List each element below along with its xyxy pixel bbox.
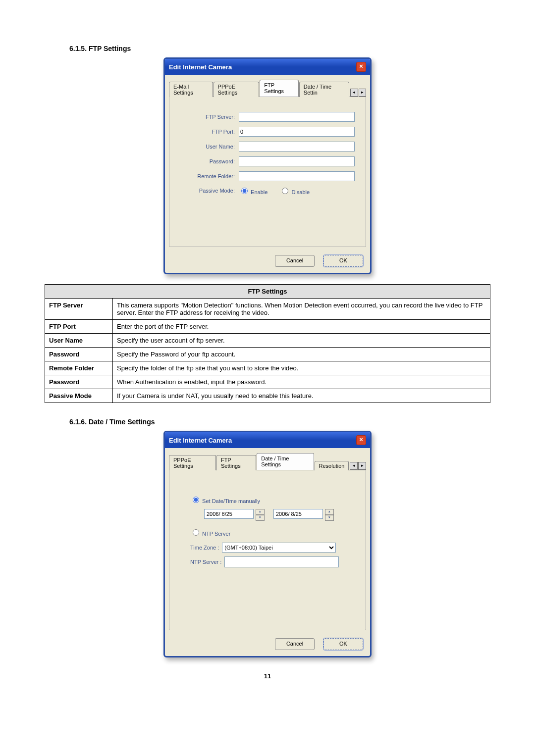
date-spinner-1[interactable]: ▴▾	[204, 509, 265, 521]
spin-down-icon[interactable]: ▾	[325, 515, 334, 521]
date-input-2[interactable]	[273, 509, 323, 519]
tabstrip: PPPoE Settings FTP Settings Date / Time …	[165, 448, 370, 470]
table-row: User NameSpecify the user account of ftp…	[45, 334, 490, 348]
date-spinner-2[interactable]: ▴▾	[273, 509, 334, 521]
tab-datetime-settings[interactable]: Date / Time Settings	[257, 453, 314, 470]
tab-email-settings[interactable]: E-Mail Settings	[169, 82, 213, 97]
dialog-titlebar: Edit Internet Camera ×	[165, 59, 370, 75]
user-name-input[interactable]	[239, 142, 355, 151]
cancel-button[interactable]: Cancel	[275, 255, 315, 267]
set-manual-radio[interactable]	[193, 497, 199, 503]
passive-enable-radio[interactable]	[241, 188, 248, 194]
table-row: PasswordWhen Authentication is enabled, …	[45, 375, 490, 389]
ok-button[interactable]: OK	[323, 255, 363, 267]
dialog-button-row: Cancel OK	[165, 251, 370, 273]
ntp-server-option[interactable]: NTP Server	[190, 531, 230, 537]
spin-down-icon[interactable]: ▾	[256, 515, 265, 521]
ftp-settings-table: FTP Settings FTP ServerThis camera suppo…	[45, 284, 490, 403]
password-label: Password:	[180, 158, 239, 164]
close-icon[interactable]: ×	[356, 62, 366, 72]
tabstrip: E-Mail Settings PPPoE Settings FTP Setti…	[165, 75, 370, 97]
tab-resolution[interactable]: Resolution	[315, 461, 349, 470]
ftp-tab-panel: FTP Server: FTP Port: User Name: Passwor…	[169, 97, 366, 247]
tab-ftp-settings[interactable]: FTP Settings	[216, 455, 256, 470]
datetime-tab-panel: Set Date/Time manually ▴▾ ▴▾	[169, 470, 366, 630]
cancel-button[interactable]: Cancel	[275, 638, 315, 650]
user-name-label: User Name:	[180, 144, 239, 150]
ntp-server-input[interactable]	[224, 556, 339, 567]
passive-mode-radios: Enable Disable	[239, 186, 310, 195]
tab-scroll-left-icon[interactable]: ◂	[350, 89, 358, 97]
tab-pppoe-settings[interactable]: PPPoE Settings	[169, 455, 216, 470]
dialog-title: Edit Internet Camera	[169, 63, 232, 71]
date-input-1[interactable]	[204, 509, 254, 519]
tab-scroll-left-icon[interactable]: ◂	[350, 462, 358, 470]
table-row: Remote FolderSpecify the folder of the f…	[45, 361, 490, 375]
table-row: FTP ServerThis camera supports "Motion D…	[45, 299, 490, 320]
table-title: FTP Settings	[45, 285, 490, 299]
tab-ftp-settings[interactable]: FTP Settings	[260, 80, 299, 97]
spin-up-icon[interactable]: ▴	[325, 509, 334, 515]
page-number: 11	[45, 672, 490, 680]
passive-mode-label: Passive Mode:	[180, 188, 239, 194]
ntp-server-radio[interactable]	[193, 529, 199, 536]
tab-scroll-right-icon[interactable]: ▸	[359, 89, 366, 97]
dialog-titlebar: Edit Internet Camera ×	[165, 432, 370, 448]
section-heading-datetime: 6.1.6. Date / Time Settings	[69, 418, 490, 426]
passive-disable-option[interactable]: Disable	[279, 186, 310, 195]
dialog-title: Edit Internet Camera	[169, 437, 232, 444]
remote-folder-label: Remote Folder:	[180, 173, 239, 179]
ftp-port-label: FTP Port:	[180, 129, 239, 135]
close-icon[interactable]: ×	[356, 435, 366, 445]
ftp-server-input[interactable]	[239, 112, 355, 122]
passive-enable-option[interactable]: Enable	[239, 186, 268, 195]
timezone-select[interactable]: (GMT+08:00) Taipei	[222, 543, 336, 553]
set-manual-option[interactable]: Set Date/Time manually	[190, 498, 260, 504]
tab-datetime-settings[interactable]: Date / Time Settin	[299, 82, 349, 97]
table-row: PasswordSpecify the Password of your ftp…	[45, 348, 490, 361]
table-row: Passive ModeIf your Camera is under NAT,…	[45, 389, 490, 403]
spin-up-icon[interactable]: ▴	[256, 509, 265, 515]
ok-button[interactable]: OK	[323, 638, 363, 650]
password-input[interactable]	[239, 156, 355, 166]
tab-pppoe-settings[interactable]: PPPoE Settings	[214, 82, 260, 97]
passive-disable-radio[interactable]	[282, 188, 288, 194]
ntp-server-label: NTP Server :	[190, 559, 221, 565]
tab-scroll-right-icon[interactable]: ▸	[358, 462, 366, 470]
ftp-port-input[interactable]	[239, 127, 355, 137]
dialog-button-row: Cancel OK	[165, 634, 370, 656]
ftp-dialog: Edit Internet Camera × E-Mail Settings P…	[163, 57, 372, 274]
table-row: FTP PortEnter the port of the FTP server…	[45, 320, 490, 334]
datetime-dialog: Edit Internet Camera × PPPoE Settings FT…	[163, 431, 372, 657]
timezone-label: Time Zone :	[190, 545, 219, 551]
ftp-server-label: FTP Server:	[180, 114, 239, 120]
section-heading-ftp: 6.1.5. FTP Settings	[69, 45, 490, 52]
remote-folder-input[interactable]	[239, 171, 355, 181]
